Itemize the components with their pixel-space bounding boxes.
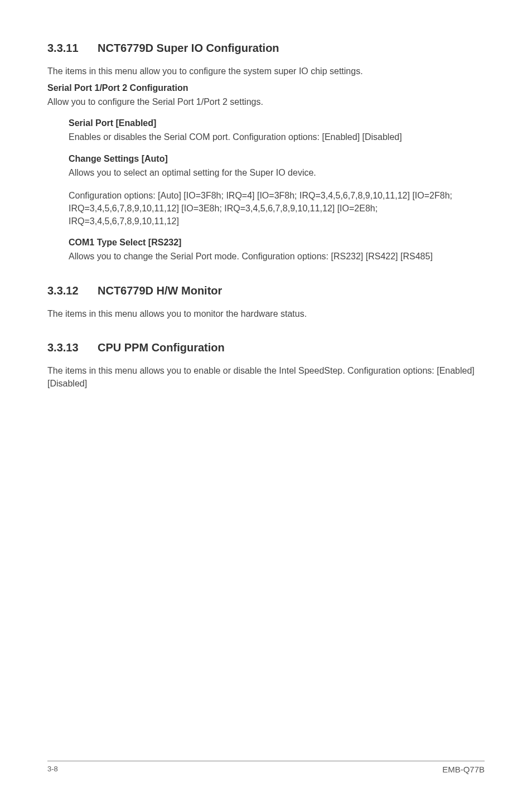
item-text: Enables or disables the Serial COM port.… bbox=[69, 131, 485, 143]
section-heading: 3.3.11 NCT6779D Super IO Configuration bbox=[47, 42, 485, 55]
footer-product-name: EMB-Q77B bbox=[442, 765, 485, 774]
footer-page-number: 3-8 bbox=[47, 765, 58, 774]
subsection-heading: Serial Port 1/Port 2 Configuration bbox=[47, 83, 485, 93]
section-title: CPU PPM Configuration bbox=[98, 341, 225, 354]
item-heading: Change Settings [Auto] bbox=[69, 154, 485, 164]
item-heading: COM1 Type Select [RS232] bbox=[69, 238, 485, 248]
section-intro: The items in this menu allows you to mon… bbox=[47, 307, 485, 320]
section-3-3-11: 3.3.11 NCT6779D Super IO Configuration T… bbox=[47, 42, 485, 263]
section-number: 3.3.13 bbox=[47, 341, 98, 354]
section-title: NCT6779D H/W Monitor bbox=[98, 284, 222, 297]
item-text: Allows you to change the Serial Port mod… bbox=[69, 250, 485, 263]
section-3-3-12: 3.3.12 NCT6779D H/W Monitor The items in… bbox=[47, 284, 485, 320]
page-footer: 3-8 EMB-Q77B bbox=[47, 761, 485, 774]
subsection-serial-port-config: Serial Port 1/Port 2 Configuration Allow… bbox=[47, 83, 485, 263]
item-text: Configuration options: [Auto] [IO=3F8h; … bbox=[69, 189, 485, 228]
section-heading: 3.3.13 CPU PPM Configuration bbox=[47, 341, 485, 354]
section-intro: The items in this menu allow you to conf… bbox=[47, 65, 485, 78]
section-intro: The items in this menu allows you to ena… bbox=[47, 364, 485, 390]
subsection-text: Allow you to configure the Serial Port 1… bbox=[47, 95, 485, 108]
item-com1-type-select: COM1 Type Select [RS232] Allows you to c… bbox=[69, 238, 485, 263]
section-title: NCT6779D Super IO Configuration bbox=[98, 42, 279, 55]
item-serial-port-enabled: Serial Port [Enabled] Enables or disable… bbox=[69, 118, 485, 143]
section-number: 3.3.12 bbox=[47, 284, 98, 297]
section-3-3-13: 3.3.13 CPU PPM Configuration The items i… bbox=[47, 341, 485, 390]
item-change-settings-auto: Change Settings [Auto] Allows you to sel… bbox=[69, 154, 485, 228]
section-number: 3.3.11 bbox=[47, 42, 98, 55]
section-heading: 3.3.12 NCT6779D H/W Monitor bbox=[47, 284, 485, 297]
item-heading: Serial Port [Enabled] bbox=[69, 118, 485, 128]
item-text: Allows you to select an optimal setting … bbox=[69, 166, 485, 179]
